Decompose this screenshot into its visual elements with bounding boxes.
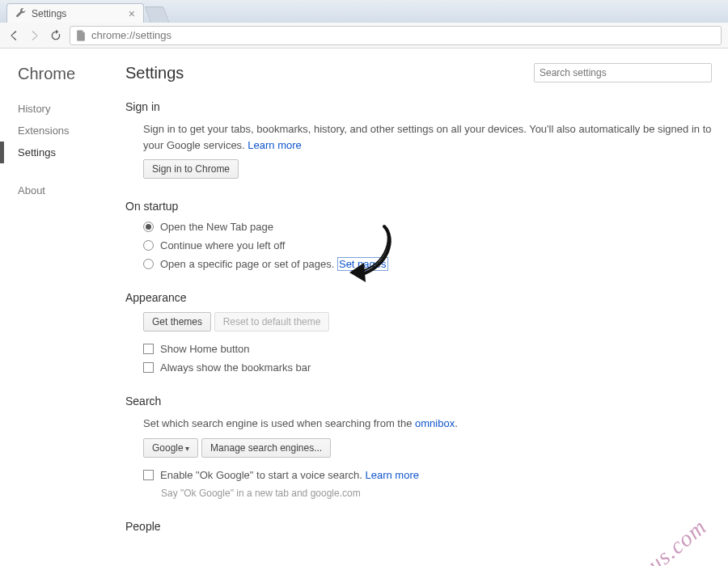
ok-google-learn-more-link[interactable]: Learn more — [365, 469, 418, 481]
section-heading-appearance: Appearance — [125, 291, 712, 304]
search-settings-input[interactable] — [534, 63, 712, 82]
sidebar-title: Chrome — [18, 65, 117, 83]
sidebar-item-settings[interactable]: Settings — [18, 142, 117, 163]
set-pages-link[interactable]: Set pages — [337, 257, 388, 271]
radio-icon — [143, 259, 154, 269]
manage-search-engines-button[interactable]: Manage search engines... — [201, 438, 331, 458]
section-heading-people: People — [125, 520, 712, 533]
page-title: Settings — [125, 64, 184, 82]
section-heading-startup: On startup — [125, 200, 712, 213]
checkbox-icon — [143, 470, 154, 480]
main-header: Settings — [125, 63, 712, 82]
settings-content: Chrome History Extensions Settings About… — [0, 49, 728, 566]
browser-tab[interactable]: Settings × — [6, 3, 144, 23]
sidebar-item-about[interactable]: About — [18, 180, 117, 201]
tab-title: Settings — [32, 8, 66, 19]
section-heading-search: Search — [125, 395, 712, 408]
browser-toolbar: chrome://settings — [0, 23, 728, 49]
ok-google-helper: Say "Ok Google" in a new tab and google.… — [161, 488, 712, 499]
startup-option-continue[interactable]: Continue where you left off — [143, 239, 712, 251]
address-bar[interactable]: chrome://settings — [70, 26, 722, 45]
sidebar-item-history[interactable]: History — [18, 98, 117, 120]
section-startup: On startup Open the New Tab page Continu… — [125, 200, 712, 270]
wrench-icon — [15, 8, 27, 19]
get-themes-button[interactable]: Get themes — [143, 312, 211, 332]
forward-icon[interactable] — [28, 28, 42, 43]
close-icon[interactable]: × — [129, 8, 135, 19]
section-appearance: Appearance Get themes Reset to default t… — [125, 291, 712, 374]
search-text: Set which search engine is used when sea… — [143, 416, 712, 432]
sidebar-item-extensions[interactable]: Extensions — [18, 120, 117, 142]
checkbox-icon — [143, 344, 154, 354]
section-heading-signin: Sign in — [125, 100, 712, 113]
new-tab-button[interactable] — [144, 6, 169, 23]
signin-learn-more-link[interactable]: Learn more — [248, 139, 301, 151]
radio-icon — [143, 240, 154, 251]
section-signin: Sign in Sign in to get your tabs, bookma… — [125, 100, 712, 179]
address-text: chrome://settings — [91, 29, 171, 41]
section-people: People — [125, 520, 712, 533]
show-home-checkbox[interactable]: Show Home button — [143, 343, 712, 355]
show-bookmarks-checkbox[interactable]: Always show the bookmarks bar — [143, 361, 712, 374]
reload-icon[interactable] — [49, 28, 63, 43]
checkbox-icon — [143, 362, 154, 373]
signin-text: Sign in to get your tabs, bookmarks, his… — [143, 121, 712, 153]
page-icon — [75, 30, 87, 41]
settings-sidebar: Chrome History Extensions Settings About — [0, 49, 117, 566]
radio-icon — [143, 222, 154, 232]
ok-google-checkbox[interactable]: Enable "Ok Google" to start a voice sear… — [143, 469, 712, 481]
settings-main: Settings Sign in Sign in to get your tab… — [117, 49, 728, 566]
signin-button[interactable]: Sign in to Chrome — [143, 159, 239, 179]
startup-option-specific[interactable]: Open a specific page or set of pages. Se… — [143, 258, 712, 270]
startup-option-newtab[interactable]: Open the New Tab page — [143, 221, 712, 233]
back-icon[interactable] — [6, 28, 21, 43]
search-engine-dropdown[interactable]: Google — [143, 438, 198, 458]
browser-tabstrip: Settings × — [0, 0, 728, 23]
section-search: Search Set which search engine is used w… — [125, 395, 712, 499]
reset-theme-button: Reset to default theme — [214, 312, 330, 332]
omnibox-link[interactable]: omnibox — [415, 417, 455, 429]
